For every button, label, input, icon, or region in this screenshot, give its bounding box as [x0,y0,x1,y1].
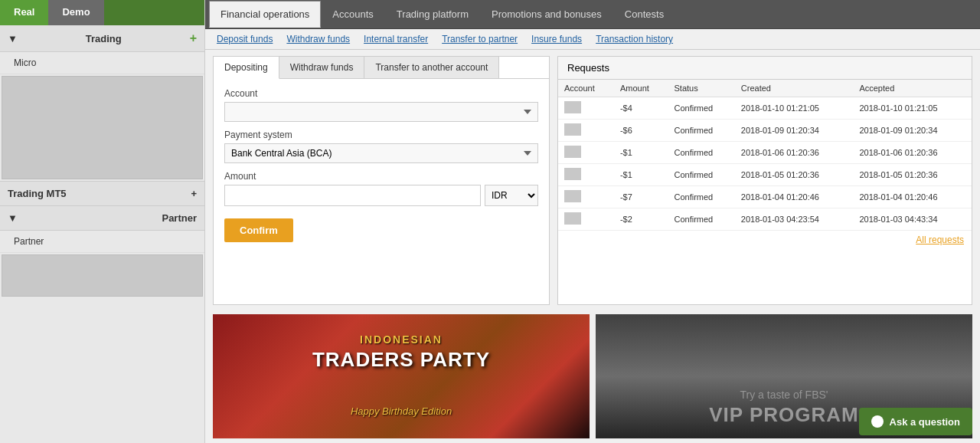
cell-created: 2018-01-06 01:20:36 [735,142,854,164]
nav-tab-promotions[interactable]: Promotions and bonuses [480,1,613,28]
sidebar-trading-placeholder [2,76,203,179]
amount-input[interactable] [224,185,481,206]
cell-account [558,142,614,164]
table-row: -$7 Confirmed 2018-01-04 01:20:46 2018-0… [558,186,972,208]
col-amount: Amount [614,80,668,97]
cell-amount: -$7 [614,186,668,208]
account-label: Account [224,88,538,99]
main-content: Financial operations Accounts Trading pl… [205,0,980,443]
mt5-add-icon[interactable]: + [191,188,197,199]
banner-traders-bg: INDONESIAN TRADERS PARTY Happy Birthday … [213,314,590,438]
trading-collapse-arrow: ▼ [8,33,18,44]
nav-tab-financial[interactable]: Financial operations [209,1,321,28]
cell-amount: -$1 [614,142,668,164]
table-row: -$2 Confirmed 2018-01-03 04:23:54 2018-0… [558,208,972,231]
cell-accepted: 2018-01-10 01:21:05 [853,97,972,120]
cell-status: Confirmed [668,97,734,120]
banner-traders-main: TRADERS PARTY [213,349,590,371]
amount-label: Amount [224,171,538,182]
nav-withdraw-funds[interactable]: Withdraw funds [286,34,350,44]
ask-question-button[interactable]: Ask a question [859,408,972,435]
requests-header: Requests [558,57,972,80]
nav-transfer-partner[interactable]: Transfer to partner [442,34,518,44]
chat-icon [871,415,884,428]
cell-status: Confirmed [668,164,734,186]
cell-status: Confirmed [668,186,734,208]
top-nav: Financial operations Accounts Trading pl… [205,0,980,29]
nav-tab-contests[interactable]: Contests [613,1,675,28]
cell-amount: -$2 [614,208,668,231]
amount-row: IDR [224,185,538,206]
nav-transaction-history[interactable]: Transaction history [596,34,673,44]
amount-group: Amount IDR [224,171,538,206]
cell-status: Confirmed [668,142,734,164]
sidebar-trading-header[interactable]: ▼ Trading + [0,25,204,52]
cell-status: Confirmed [668,120,734,142]
cell-amount: -$6 [614,120,668,142]
banner-traders-sub: Happy Birthday Edition [213,405,590,417]
account-group: Account [224,88,538,122]
confirm-button[interactable]: Confirm [224,218,293,242]
partner-collapse-arrow: ▼ [8,212,18,224]
trading-add-icon[interactable]: + [190,31,197,45]
table-row: -$1 Confirmed 2018-01-06 01:20:36 2018-0… [558,142,972,164]
cell-accepted: 2018-01-03 04:43:34 [853,208,972,231]
cell-account [558,164,614,186]
nav-internal-transfer[interactable]: Internal transfer [364,34,428,44]
col-account: Account [558,80,614,97]
sidebar-bottom-placeholder [2,254,203,297]
table-row: -$4 Confirmed 2018-01-10 01:21:05 2018-0… [558,97,972,120]
col-status: Status [668,80,734,97]
cell-accepted: 2018-01-09 01:20:34 [853,120,972,142]
requests-table: Account Amount Status Created Accepted -… [558,80,972,231]
content-area: Depositing Withdraw funds Transfer to an… [205,50,980,311]
sidebar: Real Demo ▼ Trading + Micro Trading MT5 … [0,0,205,443]
nav-tab-trading[interactable]: Trading platform [385,1,480,28]
banner-traders-top: INDONESIAN [213,333,590,346]
sidebar-tab-demo[interactable]: Demo [48,0,103,25]
panel-tab-depositing[interactable]: Depositing [214,57,279,79]
requests-panel: Requests Account Amount Status Created A… [557,56,972,305]
sidebar-trading-section: ▼ Trading + Micro [0,25,204,181]
banner-traders[interactable]: INDONESIAN TRADERS PARTY Happy Birthday … [213,314,590,438]
cell-created: 2018-01-10 01:21:05 [735,97,854,120]
cell-accepted: 2018-01-06 01:20:36 [853,142,972,164]
table-row: -$1 Confirmed 2018-01-05 01:20:36 2018-0… [558,164,972,186]
trading-mt5-label: Trading MT5 [8,188,67,199]
sidebar-account-tabs: Real Demo [0,0,204,25]
partner-label: Partner [162,212,197,224]
cell-account [558,97,614,120]
nav-deposit-funds[interactable]: Deposit funds [217,34,273,44]
ask-question-label: Ask a question [890,416,960,428]
all-requests-link[interactable]: All requests [558,231,972,249]
cell-account [558,208,614,231]
cell-status: Confirmed [668,208,734,231]
cell-accepted: 2018-01-05 01:20:36 [853,164,972,186]
payment-select[interactable]: Bank Central Asia (BCA) [224,143,538,163]
panel-tabs: Depositing Withdraw funds Transfer to an… [214,57,549,79]
sidebar-partner-header[interactable]: ▼ Partner [0,206,204,231]
trading-label: Trading [86,33,122,44]
cell-account [558,120,614,142]
cell-created: 2018-01-05 01:20:36 [735,164,854,186]
payment-label: Payment system [224,130,538,140]
sidebar-tab-real[interactable]: Real [0,0,48,25]
sidebar-item-micro[interactable]: Micro [0,52,204,74]
deposit-panel: Depositing Withdraw funds Transfer to an… [213,56,550,305]
secondary-nav: Deposit funds Withdraw funds Internal tr… [205,29,980,50]
table-row: -$6 Confirmed 2018-01-09 01:20:34 2018-0… [558,120,972,142]
panel-tab-withdraw[interactable]: Withdraw funds [279,57,365,78]
sidebar-item-partner[interactable]: Partner [0,231,204,253]
currency-select[interactable]: IDR [485,185,538,206]
sidebar-mt5-section[interactable]: Trading MT5 + [0,181,204,206]
nav-tab-accounts[interactable]: Accounts [321,1,384,28]
panel-body: Account Payment system Bank Central Asia… [214,79,549,251]
cell-created: 2018-01-04 01:20:46 [735,186,854,208]
col-created: Created [735,80,854,97]
cell-created: 2018-01-03 04:23:54 [735,208,854,231]
cell-amount: -$1 [614,164,668,186]
nav-insure-funds[interactable]: Insure funds [531,34,582,44]
account-select[interactable] [224,102,538,122]
panel-tab-transfer[interactable]: Transfer to another account [364,57,499,78]
col-accepted: Accepted [853,80,972,97]
